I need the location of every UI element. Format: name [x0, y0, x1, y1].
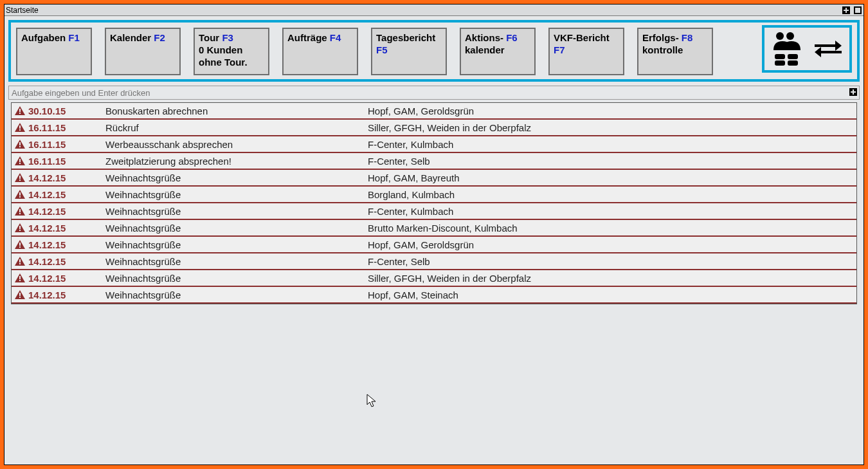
svg-rect-35	[19, 280, 21, 281]
people-grid-icon[interactable]	[771, 31, 802, 67]
svg-rect-16	[19, 125, 21, 129]
task-customer: Hopf, GAM, Geroldsgrün	[368, 239, 856, 250]
fkey-label: Aufträge	[287, 32, 330, 43]
task-date: 14.12.15	[28, 290, 105, 300]
fkey-label: Erfolgs-	[642, 32, 682, 43]
fkey-label: kalender	[465, 44, 505, 55]
fkey-button-f6[interactable]: Aktions- F6kalender	[460, 28, 536, 75]
task-customer: Siller, GFGH, Weiden in der Oberpfalz	[368, 122, 856, 133]
svg-rect-20	[19, 159, 21, 162]
fkey-shortcut: F6	[506, 32, 518, 43]
fkey-shortcut: F3	[222, 32, 233, 43]
alert-icon	[12, 240, 28, 249]
fkey-button-f1[interactable]: Aufgaben F1	[16, 28, 92, 75]
task-description: Weihnachtsgrüße	[105, 273, 368, 284]
task-description: Weihnachtsgrüße	[105, 206, 368, 217]
svg-rect-24	[19, 192, 21, 196]
task-input[interactable]	[9, 86, 847, 99]
task-description: Weihnachtsgrüße	[105, 223, 368, 234]
task-description: Weihnachtsgrüße	[105, 172, 368, 183]
fkey-button-f7[interactable]: VKF-Bericht F7	[548, 28, 624, 75]
svg-rect-14	[19, 109, 21, 112]
add-task-button[interactable]	[847, 87, 859, 98]
alert-icon	[12, 106, 28, 115]
alert-icon	[12, 140, 28, 149]
task-description: Weihnachtsgrüße	[105, 239, 368, 250]
svg-rect-10	[788, 60, 798, 66]
svg-rect-28	[19, 226, 21, 229]
fkey-label: Aktions-	[465, 32, 506, 43]
svg-rect-30	[19, 243, 21, 246]
window-maximize-button[interactable]	[853, 6, 862, 15]
titlebar: Startseite	[5, 5, 863, 16]
task-description: Zweitplatzierung absprechen!	[105, 156, 368, 167]
task-row[interactable]: 14.12.15WeihnachtsgrüßeHopf, GAM, Steina…	[12, 287, 856, 304]
fkey-shortcut: F2	[154, 32, 165, 43]
task-date: 14.12.15	[28, 206, 105, 217]
task-customer: F-Center, Selb	[368, 256, 856, 267]
task-description: Werbeausschank absprechen	[105, 139, 368, 150]
task-date: 14.12.15	[28, 223, 105, 234]
task-row[interactable]: 14.12.15WeihnachtsgrüßeBrutto Marken-Dis…	[12, 220, 856, 237]
task-customer: Borgland, Kulmbach	[368, 189, 856, 200]
task-row[interactable]: 14.12.15WeihnachtsgrüßeF-Center, Kulmbac…	[12, 203, 856, 220]
task-customer: Hopf, GAM, Geroldsgrün	[368, 106, 856, 116]
task-date: 16.11.15	[28, 139, 105, 150]
fkey-extra: 0 Kunden ohne Tour.	[199, 44, 264, 68]
alert-icon	[12, 223, 28, 232]
fkey-button-f2[interactable]: Kalender F2	[105, 28, 181, 75]
fkey-label: Kalender	[110, 32, 154, 43]
task-customer: Siller, GFGH, Weiden in der Oberpfalz	[368, 273, 856, 284]
svg-rect-17	[19, 129, 21, 131]
task-customer: F-Center, Kulmbach	[368, 139, 856, 150]
task-row[interactable]: 14.12.15WeihnachtsgrüßeHopf, GAM, Bayreu…	[12, 170, 856, 187]
task-date: 14.12.15	[28, 189, 105, 200]
task-date: 14.12.15	[28, 172, 105, 183]
fkey-button-f5[interactable]: Tagesbericht F5	[371, 28, 447, 75]
task-table: 30.10.15Bonuskarten abrechnenHopf, GAM, …	[11, 102, 857, 304]
fkey-button-f3[interactable]: Tour F30 Kunden ohne Tour.	[194, 28, 269, 75]
svg-rect-32	[19, 259, 21, 262]
fkey-label: kontrolle	[642, 44, 683, 55]
swap-arrows-icon[interactable]	[813, 38, 843, 60]
task-row[interactable]: 14.12.15WeihnachtsgrüßeF-Center, Selb	[12, 253, 856, 270]
task-row[interactable]: 30.10.15Bonuskarten abrechnenHopf, GAM, …	[12, 103, 856, 120]
fkey-label: Tour	[199, 32, 222, 43]
task-row[interactable]: 16.11.15Zweitplatzierung absprechen!F-Ce…	[12, 153, 856, 170]
alert-icon	[12, 273, 28, 282]
task-date: 14.12.15	[28, 273, 105, 284]
task-customer: Brutto Marken-Discount, Kulmbach	[368, 223, 856, 234]
task-date: 16.11.15	[28, 156, 105, 167]
task-row[interactable]: 14.12.15WeihnachtsgrüßeHopf, GAM, Gerold…	[12, 237, 856, 253]
svg-rect-19	[19, 146, 21, 147]
window-title: Startseite	[6, 5, 39, 15]
toolbar-right-actions	[762, 25, 852, 73]
fkey-button-f8[interactable]: Erfolgs- F8kontrolle	[637, 28, 713, 75]
svg-point-5	[776, 32, 784, 40]
task-row[interactable]: 16.11.15Werbeausschank absprechenF-Cente…	[12, 136, 856, 153]
alert-icon	[12, 123, 28, 132]
fkey-label: VKF-Bericht	[554, 32, 610, 43]
window-add-button[interactable]	[842, 6, 851, 15]
task-row[interactable]: 14.12.15WeihnachtsgrüßeSiller, GFGH, Wei…	[12, 270, 856, 287]
fkey-button-f4[interactable]: Aufträge F4	[282, 28, 358, 75]
alert-icon	[12, 156, 28, 165]
svg-rect-4	[855, 8, 860, 13]
alert-icon	[12, 173, 28, 182]
task-description: Rückruf	[105, 122, 368, 133]
svg-rect-37	[19, 297, 21, 298]
svg-rect-21	[19, 163, 21, 164]
task-row[interactable]: 16.11.15RückrufSiller, GFGH, Weiden in d…	[12, 120, 856, 136]
svg-rect-34	[19, 276, 21, 279]
task-customer: Hopf, GAM, Bayreuth	[368, 172, 856, 183]
task-customer: F-Center, Kulmbach	[368, 206, 856, 217]
fkey-shortcut: F7	[554, 44, 565, 55]
task-row[interactable]: 14.12.15WeihnachtsgrüßeBorgland, Kulmbac…	[12, 187, 856, 203]
task-customer: F-Center, Selb	[368, 156, 856, 167]
task-date: 14.12.15	[28, 239, 105, 250]
alert-icon	[12, 207, 28, 216]
svg-rect-18	[19, 142, 21, 145]
task-description: Bonuskarten abrechnen	[105, 106, 368, 116]
svg-rect-36	[19, 293, 21, 296]
svg-rect-2	[844, 10, 849, 11]
